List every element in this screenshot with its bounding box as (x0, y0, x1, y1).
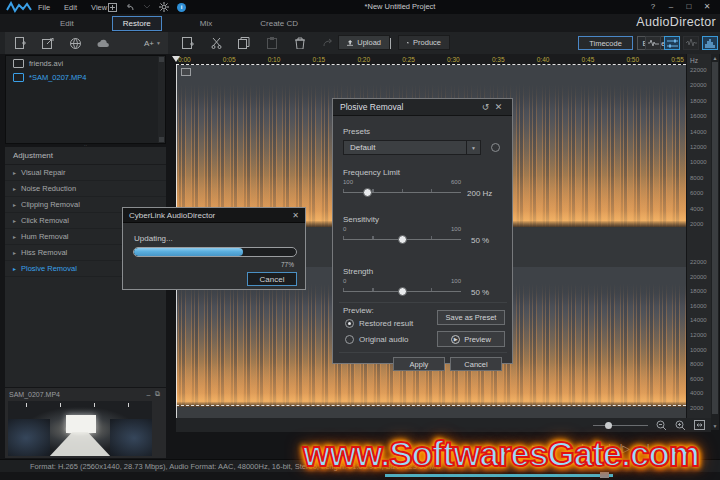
vertical-scrollbar[interactable]: ▲ ▼ (711, 54, 719, 430)
progress-bar (133, 247, 297, 257)
delete-icon[interactable] (292, 35, 308, 51)
slider-handle[interactable] (398, 287, 407, 296)
adjustment-visual-repair[interactable]: Visual Repair (5, 165, 166, 181)
frequency-label: 10000 (690, 347, 707, 353)
help-button[interactable]: ? (644, 0, 662, 13)
sensitivity-slider[interactable]: 0100 (343, 226, 461, 248)
zoom-fit-icon[interactable] (694, 420, 705, 430)
file-item-friends[interactable]: friends.avi (6, 56, 165, 70)
timecode-toggle[interactable]: Timecode (578, 36, 633, 50)
frequency-label: 22000 (690, 67, 707, 73)
preset-compare-icon[interactable] (491, 143, 500, 152)
produce-button[interactable]: Produce (398, 35, 450, 50)
upload-button[interactable]: Upload (338, 35, 390, 50)
cut-icon[interactable] (208, 35, 224, 51)
quick-icons: i (108, 2, 186, 12)
frequency-label: 16000 (690, 303, 707, 309)
frequency-limit-slider[interactable]: 100600 (343, 179, 461, 201)
paste-icon[interactable] (264, 35, 280, 51)
menu-edit[interactable]: Edit (64, 3, 77, 12)
dialog-cancel-button[interactable]: Cancel (450, 357, 502, 371)
undo-icon[interactable] (125, 3, 135, 12)
progress-close-icon[interactable]: ✕ (292, 211, 299, 220)
library-toolbar: A+▼ (5, 32, 168, 54)
frequency-ruler: Hz 2200020000180001600014000120001000080… (687, 54, 711, 430)
adjustment-panel-title: Adjustment (5, 147, 166, 165)
plosive-removal-dialog: Plosive Removal ↺ ✕ Presets Default ▼ Fr… (332, 98, 513, 364)
preset-dropdown[interactable]: Default ▼ (343, 140, 481, 155)
new-window-icon[interactable] (108, 3, 117, 12)
updating-progress-dialog: CyberLink AudioDirector ✕ Updating... 77… (122, 207, 306, 290)
produce-icon (407, 39, 409, 47)
video-thumbnail[interactable] (8, 401, 152, 456)
slider-handle[interactable] (363, 188, 372, 197)
playhead-marker-icon[interactable] (172, 56, 180, 62)
library-scrollbar[interactable] (158, 56, 165, 143)
radio-original-audio[interactable]: Original audio (345, 335, 408, 344)
timeline-tick: 0:25 (402, 56, 415, 63)
zoom-slider[interactable] (593, 420, 648, 430)
apply-button[interactable]: Apply (393, 357, 445, 371)
redo-edit-icon[interactable] (320, 35, 336, 51)
brand-label: AudioDirector (636, 15, 716, 29)
dropdown-arrow-icon: ▼ (466, 141, 480, 154)
zoom-in-icon[interactable] (675, 420, 686, 431)
progress-cancel-button[interactable]: Cancel (247, 272, 297, 286)
slider-handle[interactable] (398, 235, 407, 244)
menu-file[interactable]: File (38, 3, 50, 12)
preview-button[interactable]: ▶ Preview (437, 331, 505, 347)
download-sound-clips-icon[interactable] (70, 38, 81, 49)
timeline-tick: 0:05 (223, 56, 236, 63)
tab-edit[interactable]: Edit (50, 17, 84, 30)
text-size-button[interactable]: A+▼ (144, 39, 161, 48)
waveform-view-icon[interactable] (683, 36, 699, 50)
radio-icon (345, 335, 354, 344)
spectral-view-icon[interactable] (702, 36, 718, 50)
frequency-label: 6000 (690, 376, 707, 382)
tab-create-cd[interactable]: Create CD (250, 17, 308, 30)
close-button[interactable]: ✕ (698, 0, 716, 13)
expand-panel-icon[interactable]: ⧉ (153, 390, 162, 398)
timeline-tick: 0:10 (268, 56, 281, 63)
progress-bar-fill (134, 248, 243, 256)
add-clip-icon[interactable] (180, 35, 196, 51)
frequency-label: 18000 (690, 98, 707, 104)
reset-icon[interactable]: ↺ (479, 102, 492, 112)
strength-value: 50 % (471, 288, 489, 297)
sensitivity-value: 50 % (471, 236, 489, 245)
adjustment-noise-reduction[interactable]: Noise Reduction (5, 181, 166, 197)
minimize-button[interactable]: – (662, 0, 680, 13)
progress-percent: 77% (281, 261, 294, 268)
dialog-close-icon[interactable]: ✕ (492, 102, 505, 112)
waveform-compare-icon[interactable] (645, 36, 661, 50)
tab-restore[interactable]: Restore (112, 16, 162, 31)
redo-icon[interactable] (143, 4, 151, 10)
minimize-panel-icon[interactable]: – (144, 390, 153, 398)
file-item-sam0207[interactable]: *SAM_0207.MP4 (6, 70, 165, 84)
mode-tab-row: EditRestoreMixCreate CD AudioDirector (0, 14, 720, 32)
update-info-icon[interactable]: i (177, 3, 186, 12)
menu-bar: FileEditView (38, 0, 107, 14)
cloud-icon[interactable] (97, 39, 110, 48)
radio-restored-result[interactable]: Restored result (345, 319, 413, 328)
frequency-limit-label: Frequency Limit (343, 168, 400, 177)
video-preview-panel: SAM_0207.MP4 – ⧉ (5, 388, 166, 458)
selection-handle-icon[interactable] (181, 68, 191, 76)
timeline-tick: 0:15 (313, 56, 326, 63)
save-as-preset-button[interactable]: Save as Preset (437, 310, 505, 325)
zoom-out-icon[interactable] (656, 420, 667, 431)
tab-mix[interactable]: Mix (190, 17, 222, 30)
settings-gear-icon[interactable] (159, 2, 169, 12)
channel-settings-icon[interactable] (664, 36, 680, 50)
menu-view[interactable]: View (91, 3, 107, 12)
copy-icon[interactable] (236, 35, 252, 51)
export-media-icon[interactable] (42, 38, 54, 49)
mode-tabs: EditRestoreMixCreate CD (0, 14, 720, 32)
frequency-label: 2000 (690, 405, 707, 411)
file-list: friends.avi*SAM_0207.MP4 (6, 56, 165, 84)
frequency-label: 12000 (690, 332, 707, 338)
import-media-icon[interactable] (15, 37, 26, 49)
window-title: *New Untitled Project (300, 2, 500, 11)
maximize-button[interactable]: □ (680, 0, 698, 13)
strength-slider[interactable]: 0100 (343, 278, 461, 300)
